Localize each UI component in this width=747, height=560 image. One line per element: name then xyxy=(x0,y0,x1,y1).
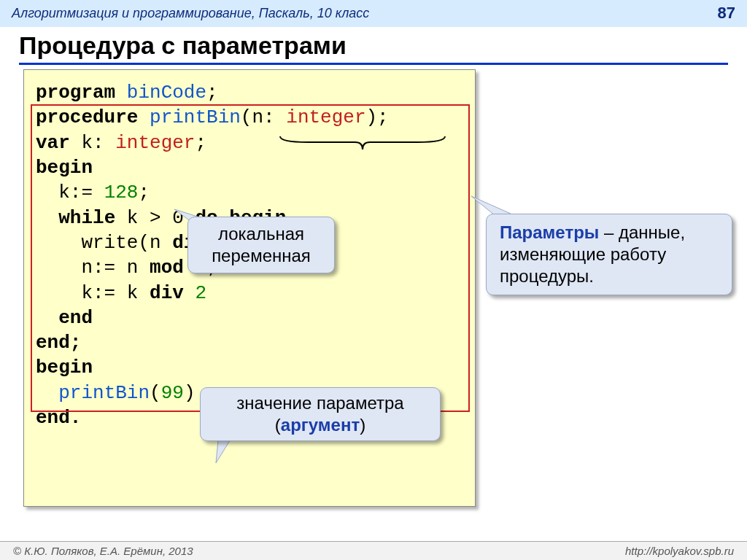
callout-params-term: Параметры xyxy=(500,222,599,242)
callout-arg-line1: значение параметра xyxy=(236,393,403,413)
callout-arg-word: аргумент xyxy=(281,415,360,435)
footer-bar: © К.Ю. Поляков, Е.А. Ерёмин, 2013 http:/… xyxy=(0,541,747,560)
footer-url: http://kpolyakov.spb.ru xyxy=(625,545,734,557)
page-number: 87 xyxy=(718,4,735,23)
page-title: Процедура с параметрами xyxy=(19,31,728,65)
course-title: Алгоритмизация и программирование, Паска… xyxy=(12,6,369,21)
slide-body: program binCode; procedure printBin(n: i… xyxy=(23,69,728,525)
callout-arg-open: ( xyxy=(275,415,281,435)
brace-under-params xyxy=(279,135,446,151)
callout-local-variable: локальная переменная xyxy=(187,217,335,273)
callout-arg-close: ) xyxy=(360,415,365,435)
footer-copyright: © К.Ю. Поляков, Е.А. Ерёмин, 2013 xyxy=(13,545,193,557)
header-bar: Алгоритмизация и программирование, Паска… xyxy=(0,0,747,27)
callout-local-line2: переменная xyxy=(212,246,311,265)
callout-parameters-definition: Параметры – данные, изменяющие работу пр… xyxy=(486,214,732,295)
callout-local-line1: локальная xyxy=(218,224,304,244)
callout-argument: значение параметра (аргумент) xyxy=(200,387,441,441)
